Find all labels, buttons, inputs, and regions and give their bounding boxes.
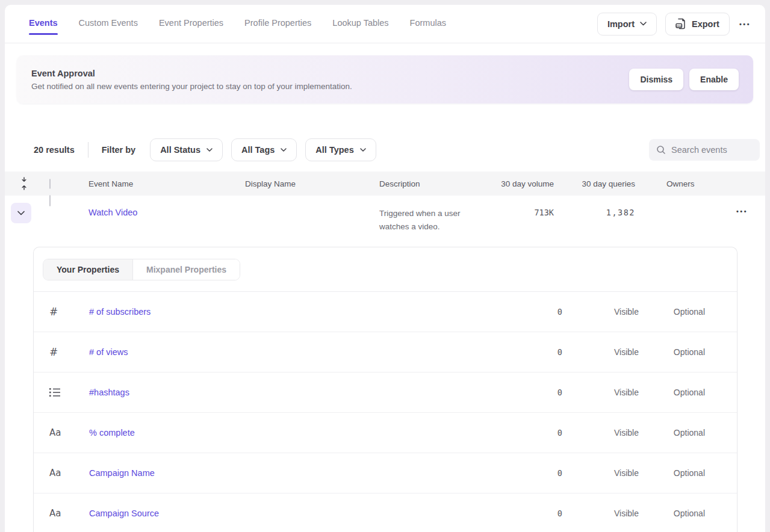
number-type-icon: #: [49, 346, 58, 358]
property-visibility: Visible: [562, 509, 639, 518]
row-more-menu-icon[interactable]: •••: [735, 204, 749, 218]
table-header: Event Name Display Name Description 30 d…: [5, 172, 765, 196]
tags-filter-label: All Tags: [241, 145, 275, 155]
property-requirement: Optional: [639, 307, 705, 317]
event-description-line2: watches a video.: [379, 220, 494, 234]
number-type-icon: #: [49, 306, 58, 318]
chevron-down-icon: [360, 148, 366, 152]
search-input[interactable]: [671, 145, 753, 155]
event-properties-panel: Your Properties Mixpanel Properties # # …: [33, 247, 737, 532]
dismiss-button[interactable]: Dismiss: [629, 69, 683, 90]
banner-text: Event Approval Get notified on all new e…: [31, 69, 629, 91]
select-all-checkbox[interactable]: [49, 179, 51, 189]
text-type-icon: Aa: [49, 508, 61, 519]
types-filter-label: All Types: [315, 145, 353, 155]
property-row: # # of subscribers 0 Visible Optional: [34, 292, 737, 332]
property-queries: 0: [502, 347, 562, 357]
banner-description: Get notified on all new events entering …: [31, 82, 629, 91]
property-row: Aa Campaign Source 0 Visible Optional: [34, 493, 737, 532]
types-filter-dropdown[interactable]: All Types: [305, 138, 376, 161]
tab-profile-properties[interactable]: Profile Properties: [244, 13, 311, 35]
property-name-link[interactable]: % complete: [89, 428, 502, 438]
properties-tabs: Your Properties Mixpanel Properties: [43, 259, 240, 280]
enable-button[interactable]: Enable: [689, 69, 739, 90]
property-queries: 0: [502, 307, 562, 317]
filter-bar: 20 results Filter by All Status All Tags…: [34, 138, 760, 161]
property-queries: 0: [502, 428, 562, 438]
collapse-row-button[interactable]: [11, 203, 31, 223]
svg-text:csv: csv: [677, 24, 682, 28]
tab-your-properties[interactable]: Your Properties: [43, 259, 133, 280]
column-owners: Owners: [635, 179, 725, 188]
export-button-label: Export: [692, 19, 719, 29]
property-name-link[interactable]: Campaign Name: [89, 468, 502, 478]
property-name-link[interactable]: # of views: [89, 347, 502, 357]
property-name-link[interactable]: # of subscribers: [89, 307, 502, 317]
status-filter-dropdown[interactable]: All Status: [150, 138, 223, 161]
banner-title: Event Approval: [31, 69, 629, 78]
column-display-name: Display Name: [245, 179, 379, 188]
nav-tabs: Events Custom Events Event Properties Pr…: [29, 13, 597, 35]
property-requirement: Optional: [639, 509, 705, 518]
property-row: Aa % complete 0 Visible Optional: [34, 413, 737, 453]
event-description-line1: Triggered when a user: [379, 207, 494, 220]
event-volume: 713K: [494, 196, 554, 217]
search-box[interactable]: [649, 139, 760, 161]
chevron-down-icon: [640, 22, 647, 26]
column-volume: 30 day volume: [494, 179, 554, 188]
filter-by-label: Filter by: [102, 145, 135, 155]
property-row: # # of views 0 Visible Optional: [34, 332, 737, 373]
text-type-icon: Aa: [49, 427, 61, 438]
properties-tabs-bar: Your Properties Mixpanel Properties: [34, 247, 737, 292]
chevron-down-icon: [206, 148, 213, 152]
tab-event-properties[interactable]: Event Properties: [159, 13, 223, 35]
filter-dropdowns: All Status All Tags All Types: [150, 138, 376, 161]
search-icon: [656, 145, 666, 155]
results-count: 20 results: [34, 145, 75, 155]
property-requirement: Optional: [639, 347, 705, 357]
content-card: Events Custom Events Event Properties Pr…: [5, 5, 765, 532]
property-requirement: Optional: [639, 428, 705, 438]
property-requirement: Optional: [639, 388, 705, 397]
chevron-down-icon: [17, 211, 25, 215]
event-queries: 1,382: [554, 196, 635, 217]
property-name-link[interactable]: Campaign Source: [89, 509, 502, 518]
banner-actions: Dismiss Enable: [629, 69, 739, 90]
property-visibility: Visible: [562, 468, 639, 478]
tab-custom-events[interactable]: Custom Events: [79, 13, 138, 35]
chevron-down-icon: [281, 148, 287, 152]
event-approval-banner: Event Approval Get notified on all new e…: [17, 55, 753, 104]
table-row: Watch Video Triggered when a user watche…: [5, 196, 765, 247]
tab-lookup-tables[interactable]: Lookup Tables: [332, 13, 388, 35]
tab-formulas[interactable]: Formulas: [410, 13, 446, 35]
property-visibility: Visible: [562, 347, 639, 357]
tab-mixpanel-properties[interactable]: Mixpanel Properties: [133, 259, 240, 280]
property-row: Aa Campaign Name 0 Visible Optional: [34, 453, 737, 493]
property-requirement: Optional: [639, 468, 705, 478]
import-button-label: Import: [607, 19, 635, 29]
property-queries: 0: [502, 509, 562, 518]
collapse-all-icon[interactable]: [20, 176, 28, 191]
property-queries: 0: [502, 388, 562, 397]
column-description: Description: [379, 179, 494, 188]
event-description: Triggered when a user watches a video.: [379, 196, 494, 233]
export-button[interactable]: csv Export: [665, 13, 730, 36]
row-checkbox[interactable]: [49, 195, 51, 206]
property-row: #hashtags 0 Visible Optional: [34, 373, 737, 413]
event-name-link[interactable]: Watch Video: [88, 196, 137, 217]
property-visibility: Visible: [562, 388, 639, 397]
more-menu-icon[interactable]: •••: [738, 17, 752, 31]
property-queries: 0: [502, 468, 562, 478]
divider: [88, 142, 88, 158]
column-event-name: Event Name: [88, 179, 245, 188]
property-visibility: Visible: [562, 307, 639, 317]
property-visibility: Visible: [562, 428, 639, 438]
top-nav: Events Custom Events Event Properties Pr…: [5, 5, 765, 43]
property-name-link[interactable]: #hashtags: [89, 388, 502, 397]
list-type-icon: [49, 388, 60, 397]
import-button[interactable]: Import: [597, 13, 657, 36]
nav-actions: Import csv Export •••: [597, 13, 752, 36]
tab-events[interactable]: Events: [29, 13, 58, 35]
csv-file-icon: csv: [675, 18, 686, 29]
tags-filter-dropdown[interactable]: All Tags: [231, 138, 297, 161]
